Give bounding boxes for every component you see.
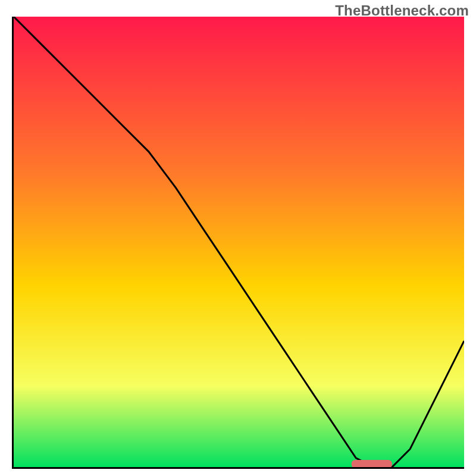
- optimal-range-marker: [352, 460, 392, 467]
- chart-container: TheBottleneck.com: [0, 0, 476, 476]
- plot-area: [12, 17, 464, 469]
- chart-svg: [14, 17, 464, 467]
